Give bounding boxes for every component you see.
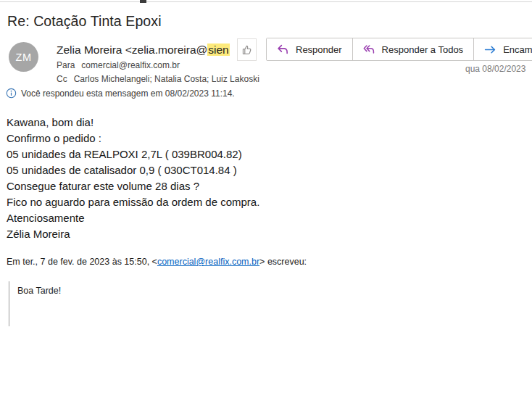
quote-attribution: Em ter., 7 de fev. de 2023 às 15:50, <co… <box>7 254 532 270</box>
cc-line: CcCarlos Michelangeli; Natalia Costa; Lu… <box>57 74 259 85</box>
reply-icon <box>277 44 289 55</box>
email-reading-pane: { "subject": "Re: Cotação Tinta Epoxi", … <box>0 0 532 393</box>
sender-name[interactable]: Zelia Moreira <zelia.moreira@sien <box>57 43 259 57</box>
pane-top-divider <box>0 1 532 2</box>
forward-button[interactable]: Encaminhar <box>473 38 532 60</box>
body-paragraph-greeting: Kawana, bom dia! <box>7 115 532 131</box>
cc-recipients[interactable]: Carlos Michelangeli; Natalia Costa; Luiz… <box>74 74 259 84</box>
email-subject: Re: Cotação Tinta Epoxi <box>7 13 162 30</box>
body-paragraph-items: 05 unidades da REALPOXI 2,7L ( 039BR004.… <box>7 146 532 178</box>
reply-label: Responder <box>296 44 342 55</box>
order-item-1: 05 unidades da REALPOXI 2,7L ( 039BR004.… <box>7 148 242 160</box>
attribution-prefix: Em ter., 7 de fev. de 2023 às 15:50, < <box>7 257 157 267</box>
sender-block: Zelia Moreira <zelia.moreira@sien Paraco… <box>57 43 259 85</box>
forward-label: Encaminhar <box>503 44 532 55</box>
avatar-initials: ZM <box>16 51 32 63</box>
thumbs-up-icon <box>241 44 253 56</box>
to-recipients[interactable]: comercial@realfix.com.br <box>81 60 180 70</box>
order-item-2: 05 unidades de catalisador 0,9 ( 030CT01… <box>7 164 237 176</box>
body-paragraph-confirm: Confirmo o pedido : <box>7 131 532 146</box>
received-date: qua 08/02/2023 <box>465 64 525 74</box>
body-paragraph-regards: Atenciosamente <box>7 210 532 226</box>
info-icon <box>6 88 17 99</box>
quoted-message: Boa Tarde! <box>9 281 532 326</box>
reply-all-icon <box>363 44 375 55</box>
replied-notice: Você respondeu esta mensagem em 08/02/20… <box>6 88 235 99</box>
to-line: Paracomercial@realfix.com.br <box>57 60 259 71</box>
to-label: Para <box>57 60 75 70</box>
body-paragraph-waiting: Fico no aguardo para emissão da ordem de… <box>7 194 532 210</box>
splitter-handle[interactable] <box>140 0 146 3</box>
reply-button[interactable]: Responder <box>267 38 352 60</box>
sender-name-text: Zelia Moreira <zelia.moreira@ <box>57 44 207 56</box>
like-button[interactable] <box>237 38 257 61</box>
forward-icon <box>484 44 496 55</box>
response-actions: Responder Responder a Todos Encaminhar <box>266 38 532 61</box>
search-highlight: sien <box>207 44 229 56</box>
attribution-suffix: > escreveu: <box>259 257 307 267</box>
body-paragraph-question: Consegue faturar este volume 28 dias ? <box>7 178 532 194</box>
quoted-text: Boa Tarde! <box>17 285 532 297</box>
cc-label: Cc <box>57 74 67 84</box>
reply-all-label: Responder a Todos <box>382 44 464 55</box>
reply-all-button[interactable]: Responder a Todos <box>352 38 474 60</box>
avatar[interactable]: ZM <box>9 42 38 72</box>
email-link[interactable]: comercial@realfix.com.br <box>157 257 259 267</box>
email-body: Kawana, bom dia! Confirmo o pedido : 05 … <box>7 115 532 326</box>
replied-notice-text: Você respondeu esta mensagem em 08/02/20… <box>21 88 235 99</box>
body-paragraph-signature: Zélia Moreira <box>7 226 532 242</box>
